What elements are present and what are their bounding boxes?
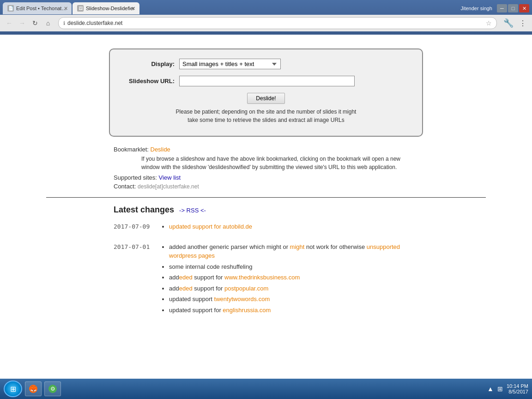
might-not-work-link[interactable]: might bbox=[290, 243, 305, 250]
page-content: Display: Small images + titles + textLar… bbox=[0, 35, 532, 379]
address-text: deslide.clusterfake.net bbox=[67, 20, 484, 26]
supported-sites-label: Supported sites: bbox=[114, 174, 157, 181]
maximize-button[interactable]: □ bbox=[508, 4, 518, 12]
change-bullets-1: updated support for autobild.de bbox=[160, 222, 418, 233]
bookmarklet-line: Bookmarklet: Deslide bbox=[114, 146, 418, 153]
form-card: Display: Small images + titles + textLar… bbox=[109, 48, 423, 137]
tab-icon-edit-post: 📄 bbox=[7, 5, 14, 12]
extensions-icon[interactable]: 🔧 bbox=[502, 18, 515, 28]
tab-label-edit-post: Edit Post • Techonation - bbox=[16, 6, 67, 11]
latest-changes-section: Latest changes -> RSS <- 2017-07-09 upda… bbox=[104, 205, 428, 316]
rss-link[interactable]: -> RSS <- bbox=[179, 207, 206, 214]
change-entry-2: 2017-07-01 added another generic parser … bbox=[114, 242, 418, 317]
drinks-link[interactable]: www.thedrinksbusiness.com bbox=[224, 274, 300, 281]
change-date-1: 2017-07-09 bbox=[114, 222, 160, 230]
added-link2[interactable]: eded bbox=[179, 285, 193, 292]
list-item: updated support twentytwowords.com bbox=[169, 295, 418, 304]
nav-bar: ← → ↻ ⌂ ℹ deslide.clusterfake.net ☆ 🔧 ⋮ bbox=[0, 15, 532, 31]
latest-changes-title: Latest changes -> RSS <- bbox=[114, 205, 418, 215]
menu-button[interactable]: ⋮ bbox=[517, 19, 528, 28]
list-item: addeded support for www.thedrinksbusines… bbox=[169, 273, 418, 282]
display-select[interactable]: Small images + titles + textLarge images… bbox=[179, 59, 281, 69]
display-label: Display: bbox=[124, 60, 179, 67]
patience-line-2: take some time to retrieve the slides an… bbox=[124, 116, 408, 124]
slideshow-url-input[interactable] bbox=[179, 76, 355, 86]
address-bar[interactable]: ℹ deslide.clusterfake.net ☆ bbox=[58, 17, 497, 29]
bookmark-star-icon[interactable]: ☆ bbox=[486, 19, 492, 27]
list-item: updated support for englishrussia.com bbox=[169, 306, 418, 315]
reload-button[interactable]: ↻ bbox=[30, 18, 41, 29]
change-bullets-2: added another generic parser which might… bbox=[160, 242, 418, 317]
contact-label: Contact: bbox=[114, 183, 136, 190]
view-list-link[interactable]: View list bbox=[159, 174, 181, 181]
tab-close-edit-post[interactable]: ✕ bbox=[62, 5, 69, 12]
bookmarklet-description: If you browse a slideshow and have the a… bbox=[141, 155, 418, 171]
unsupported-link[interactable]: unsupported wordpress pages bbox=[169, 243, 400, 260]
twentytwo-link[interactable]: twentytwowords.com bbox=[214, 296, 270, 302]
bookmarklet-label: Bookmarklet: bbox=[114, 146, 149, 153]
button-row: Deslide! bbox=[124, 93, 408, 104]
bookmarklet-link[interactable]: Deslide bbox=[151, 146, 170, 153]
postpopular-link[interactable]: postpopular.com bbox=[224, 285, 268, 292]
home-button[interactable]: ⌂ bbox=[42, 18, 54, 29]
forward-button[interactable]: → bbox=[17, 18, 28, 29]
close-window-button[interactable]: ✕ bbox=[519, 4, 529, 12]
deslide-button[interactable]: Deslide! bbox=[247, 93, 284, 104]
lock-icon: ℹ bbox=[63, 20, 65, 26]
patience-text: Please be patient; depending on the site… bbox=[124, 108, 408, 124]
title-bar: 📄 Edit Post • Techonation - ✕ 🖼 Slidesho… bbox=[0, 0, 532, 15]
back-button[interactable]: ← bbox=[4, 18, 15, 29]
englishrussia-link[interactable]: englishrussia.com bbox=[223, 307, 271, 314]
contact-line: Contact: deslide[at]clusterfake.net bbox=[114, 183, 418, 190]
tab-label-deslide: Slideshow-Deslidefier bbox=[86, 6, 135, 11]
user-label: Jitender singh bbox=[461, 6, 493, 11]
supported-sites-line: Supported sites: View list bbox=[114, 174, 418, 181]
autobild-link[interactable]: updated support for autobild.de bbox=[169, 223, 252, 230]
window-controls: Jitender singh ─ □ ✕ bbox=[461, 4, 530, 12]
tab-icon-deslide: 🖼 bbox=[77, 5, 84, 12]
added-link1[interactable]: eded bbox=[179, 274, 193, 281]
tab-deslide[interactable]: 🖼 Slideshow-Deslidefier ✕ bbox=[73, 2, 139, 14]
tab-close-deslide[interactable]: ✕ bbox=[130, 5, 137, 12]
browser-chrome: 📄 Edit Post • Techonation - ✕ 🖼 Slidesho… bbox=[0, 0, 532, 35]
list-item: added another generic parser which might… bbox=[169, 242, 418, 260]
change-entry-1: 2017-07-09 updated support for autobild.… bbox=[114, 222, 418, 233]
contact-email: deslide[at]clusterfake.net bbox=[138, 183, 199, 190]
bookmarklet-section: Bookmarklet: Deslide If you browse a sli… bbox=[104, 146, 428, 190]
display-row: Display: Small images + titles + textLar… bbox=[124, 59, 408, 69]
tab-edit-post[interactable]: 📄 Edit Post • Techonation - ✕ bbox=[3, 2, 72, 14]
slideshow-url-label: Slideshow URL: bbox=[124, 78, 179, 85]
minimize-button[interactable]: ─ bbox=[497, 4, 507, 12]
change-date-2: 2017-07-01 bbox=[114, 242, 160, 250]
divider bbox=[46, 197, 486, 198]
slideshow-url-row: Slideshow URL: bbox=[124, 76, 408, 86]
list-item: updated support for autobild.de bbox=[169, 222, 418, 231]
list-item: addeded support for postpopular.com bbox=[169, 284, 418, 293]
list-item: some internal code reshuffeling bbox=[169, 262, 418, 272]
patience-line-1: Please be patient; depending on the site… bbox=[124, 108, 408, 116]
